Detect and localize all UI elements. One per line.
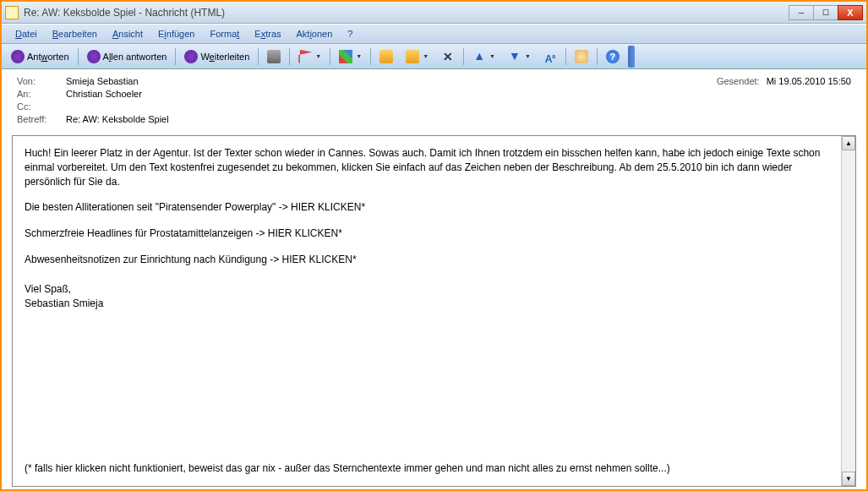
categorize-button[interactable]: ▼ xyxy=(333,46,368,67)
menu-ansicht[interactable]: Ansicht xyxy=(106,26,150,41)
chevron-down-icon: ▼ xyxy=(423,53,429,59)
rules-icon xyxy=(406,50,419,63)
close-button[interactable]: X xyxy=(838,5,863,20)
prev-button[interactable]: ▲ ▼ xyxy=(467,46,501,67)
scroll-track[interactable] xyxy=(842,150,855,472)
separator xyxy=(175,48,176,65)
cc-label: Cc: xyxy=(17,101,66,112)
delete-button[interactable]: ✕ xyxy=(435,46,461,67)
body-paragraph: Schmerzfreie Headlines für Prostatamitte… xyxy=(25,226,829,241)
menu-bearbeiten[interactable]: Bearbeiten xyxy=(46,26,104,41)
forward-icon xyxy=(184,50,198,63)
reply-button[interactable]: Antworten xyxy=(5,46,75,67)
toolbar: Antworten Allen antworten Weiterleiten ▼… xyxy=(2,44,866,69)
scrollbar[interactable]: ▲ ▼ xyxy=(841,136,855,486)
menu-aktionen[interactable]: Aktionen xyxy=(290,26,340,41)
replyall-icon xyxy=(87,50,101,63)
separator xyxy=(258,48,259,65)
menu-einfuegen[interactable]: Einfügen xyxy=(151,26,201,41)
flag-icon xyxy=(298,50,312,63)
chevron-down-icon: ▼ xyxy=(525,53,531,59)
forward-label: Weiterleiten xyxy=(200,52,249,62)
separator xyxy=(78,48,79,65)
body-signature: Sebastian Smieja xyxy=(25,297,829,311)
from-label: Von: xyxy=(17,76,66,86)
replyall-button[interactable]: Allen antworten xyxy=(81,46,173,67)
arrow-up-icon: ▲ xyxy=(472,50,486,63)
scroll-down-button[interactable]: ▼ xyxy=(842,472,855,486)
font-button[interactable]: Aa xyxy=(538,46,563,67)
menu-help[interactable]: ? xyxy=(341,26,359,41)
separator xyxy=(463,48,464,65)
rules-button[interactable]: ▼ xyxy=(400,46,434,67)
subject-label: Betreff: xyxy=(17,114,66,124)
forward-button[interactable]: Weiterleiten xyxy=(178,46,255,67)
hand-icon xyxy=(575,50,588,63)
message-header: Von: Smieja Sebastian Gesendet: Mi 19.05… xyxy=(2,69,866,132)
separator xyxy=(597,48,598,65)
replyall-label: Allen antworten xyxy=(103,52,167,62)
move-button[interactable] xyxy=(374,46,399,67)
font-icon: Aa xyxy=(543,50,557,63)
separator xyxy=(289,48,290,65)
reply-icon xyxy=(11,50,25,63)
print-icon xyxy=(267,50,281,63)
arrow-down-icon: ▼ xyxy=(508,50,521,63)
separator xyxy=(370,48,371,65)
help-button[interactable]: ? xyxy=(600,46,625,67)
separator xyxy=(565,48,566,65)
chevron-down-icon: ▼ xyxy=(356,53,362,59)
menu-bar: Datei Bearbeiten Ansicht Einfügen Format… xyxy=(2,24,866,44)
toolbar-handle[interactable] xyxy=(628,46,635,68)
to-value: Christian Schoeler xyxy=(66,89,851,99)
body-paragraph: Die besten Alliterationen seit "Piratens… xyxy=(25,200,829,215)
chevron-down-icon: ▼ xyxy=(315,53,321,59)
minimize-button[interactable]: ─ xyxy=(789,5,814,20)
categorize-icon xyxy=(339,50,352,63)
flag-button[interactable]: ▼ xyxy=(292,46,327,67)
cc-value xyxy=(66,101,851,112)
menu-format[interactable]: Format xyxy=(203,26,246,41)
from-value: Smieja Sebastian xyxy=(66,76,717,86)
menu-extras[interactable]: Extras xyxy=(248,26,287,41)
delete-icon: ✕ xyxy=(441,50,455,63)
help-icon: ? xyxy=(606,50,620,63)
print-button[interactable] xyxy=(261,46,287,67)
body-paragraph: Huch! Ein leerer Platz in der Agentur. I… xyxy=(25,146,829,188)
maximize-button[interactable]: ☐ xyxy=(813,5,838,20)
message-container: Huch! Ein leerer Platz in der Agentur. I… xyxy=(12,135,856,487)
scroll-up-button[interactable]: ▲ xyxy=(842,136,855,150)
window-title: Re: AW: Keksbolde Spiel - Nachricht (HTM… xyxy=(24,7,789,19)
folder-icon xyxy=(379,50,393,63)
body-footer: (* falls hier klicken nicht funktioniert… xyxy=(25,461,829,476)
reply-label: Antworten xyxy=(27,52,69,62)
menu-datei[interactable]: Datei xyxy=(8,26,44,41)
window-controls: ─ ☐ X xyxy=(789,5,863,20)
hand-button[interactable] xyxy=(569,46,594,67)
sent-label: Gesendet: xyxy=(717,76,760,86)
subject-value: Re: AW: Keksbolde Spiel xyxy=(66,114,851,124)
title-bar: Re: AW: Keksbolde Spiel - Nachricht (HTM… xyxy=(2,2,866,24)
body-signoff: Viel Spaß, xyxy=(25,282,829,297)
separator xyxy=(330,48,330,65)
to-label: An: xyxy=(17,89,66,99)
sent-value: Mi 19.05.2010 15:50 xyxy=(767,76,851,86)
message-body[interactable]: Huch! Ein leerer Platz in der Agentur. I… xyxy=(13,136,841,486)
body-paragraph: Abwesenheitsnotizen zur Einrichtung nach… xyxy=(25,253,829,267)
next-button[interactable]: ▼ ▼ xyxy=(502,46,537,67)
chevron-down-icon: ▼ xyxy=(489,53,495,59)
message-icon xyxy=(5,6,19,19)
